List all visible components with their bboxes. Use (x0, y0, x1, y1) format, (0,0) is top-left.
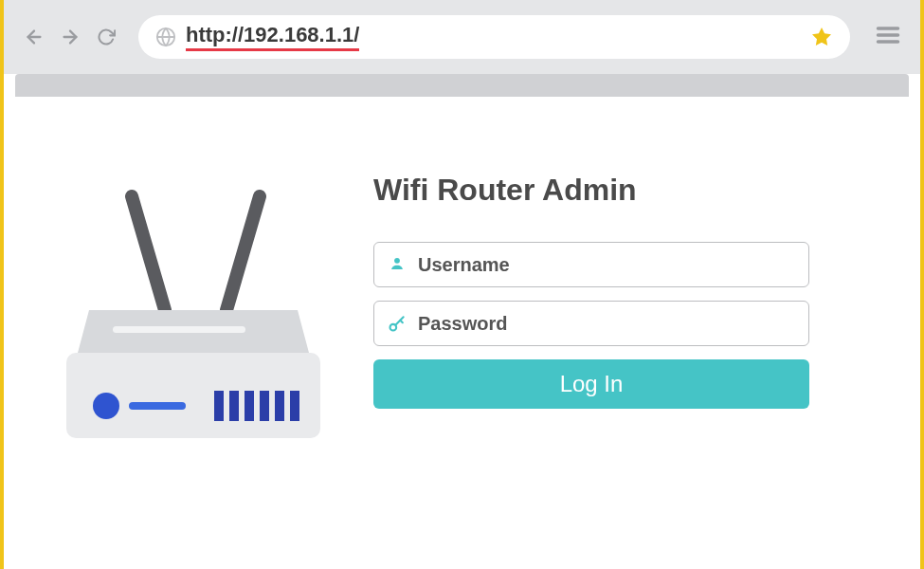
svg-line-8 (132, 196, 165, 310)
hamburger-icon (875, 22, 901, 48)
svg-rect-17 (260, 391, 269, 421)
password-input[interactable] (418, 313, 795, 335)
svg-rect-13 (129, 402, 186, 410)
router-illustration (42, 163, 335, 467)
back-button[interactable] (23, 26, 45, 48)
svg-rect-15 (229, 391, 239, 421)
password-field-wrap[interactable] (373, 301, 809, 346)
svg-rect-19 (290, 391, 299, 421)
page-content: Wifi Router Admin Log In (4, 97, 920, 514)
user-icon (388, 255, 407, 274)
login-title: Wifi Router Admin (373, 173, 809, 208)
url-text: http://192.168.1.1/ (186, 23, 359, 51)
arrow-left-icon (24, 27, 45, 47)
svg-point-12 (93, 393, 119, 419)
tab-strip (15, 74, 909, 97)
svg-rect-18 (275, 391, 284, 421)
svg-rect-16 (245, 391, 254, 421)
browser-toolbar: http://192.168.1.1/ (4, 0, 920, 74)
username-field-wrap[interactable] (373, 242, 809, 287)
reload-icon (97, 28, 116, 46)
username-input[interactable] (418, 254, 795, 276)
svg-line-23 (400, 321, 403, 323)
login-panel: Wifi Router Admin Log In (373, 144, 809, 409)
address-bar[interactable]: http://192.168.1.1/ (138, 15, 850, 59)
key-icon (388, 314, 407, 333)
router-icon (42, 163, 335, 467)
forward-button[interactable] (59, 26, 82, 48)
svg-rect-14 (214, 391, 224, 421)
menu-button[interactable] (875, 22, 901, 52)
reload-button[interactable] (95, 26, 118, 48)
svg-marker-4 (812, 28, 831, 46)
login-button[interactable]: Log In (373, 359, 809, 409)
bookmark-star-icon[interactable] (810, 26, 833, 48)
arrow-right-icon (60, 27, 81, 47)
svg-point-20 (394, 258, 400, 264)
globe-icon (155, 27, 176, 47)
svg-rect-10 (113, 326, 245, 333)
svg-line-9 (226, 196, 260, 310)
